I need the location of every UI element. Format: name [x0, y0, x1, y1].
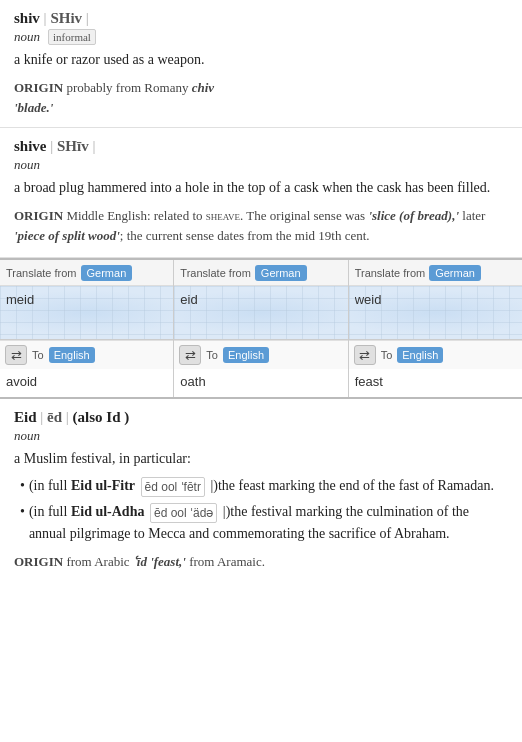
translator-1-from-lang-button[interactable]: German — [81, 265, 133, 281]
shive-pos: noun — [14, 157, 40, 173]
translator-1-footer: ⇄ To English — [0, 340, 173, 369]
shive-sep1: | — [50, 138, 53, 154]
translator-1-input-area: meid — [0, 286, 173, 340]
translator-1-input[interactable]: meid — [6, 292, 167, 322]
eid-headword: Eid — [14, 409, 37, 425]
eid-b1-phon: ēd ool ˈfētr — [141, 477, 205, 497]
eid-pos-row: noun — [14, 428, 508, 444]
eid-sep1: | — [40, 409, 43, 425]
eid-origin-bi: ʿīd 'feast,' — [133, 554, 186, 569]
shive-origin-smallcaps: sheave — [206, 208, 240, 223]
eid-b1-phon-suffix: |) — [207, 478, 218, 493]
eid-pronunciation: ēd — [47, 409, 62, 425]
translator-1-to-label: To — [32, 349, 44, 361]
eid-entry: Eid | ēd | (also Id ) noun a Muslim fest… — [0, 399, 522, 585]
translator-2-swap-button[interactable]: ⇄ — [179, 345, 201, 365]
shive-origin-text: Middle English: related to — [66, 208, 205, 223]
shive-pos-row: noun — [14, 157, 508, 173]
eid-definition: a Muslim festival, in particular: — [14, 448, 508, 469]
shiv-origin-italic2: 'blade.' — [14, 100, 53, 115]
translator-2-from-label: Translate from — [180, 267, 251, 279]
eid-origin: ORIGIN from Arabic ʿīd 'feast,' from Ara… — [14, 552, 508, 572]
shive-origin-cont: . The original sense was — [240, 208, 368, 223]
shiv-headword-line: shiv | SHiv | — [14, 10, 508, 27]
shive-origin-bi2: 'piece of split wood' — [14, 228, 120, 243]
translator-3-from-label: Translate from — [355, 267, 426, 279]
eid-bullet-2: • (in full Eid ul-Adha ēd ool ˈädə |)the… — [20, 501, 508, 544]
eid-also-close: ) — [120, 409, 129, 425]
translator-2-footer: ⇄ To English — [174, 340, 347, 369]
translator-3-swap-button[interactable]: ⇄ — [354, 345, 376, 365]
shive-headword-line: shive | SHīv | — [14, 138, 508, 155]
translator-3-result: feast — [349, 369, 522, 397]
eid-origin-cont: from Aramaic. — [186, 554, 265, 569]
eid-also: (also — [73, 409, 107, 425]
translator-2-to-lang-button[interactable]: English — [223, 347, 269, 363]
eid-sep2: | — [66, 409, 69, 425]
shiv-pos: noun — [14, 29, 40, 45]
translator-2-input[interactable]: eid — [180, 292, 341, 322]
shiv-origin-label: ORIGIN — [14, 80, 63, 95]
translator-3-footer: ⇄ To English — [349, 340, 522, 369]
eid-bullet-dot-2: • — [20, 501, 25, 544]
translator-2-result: oath — [174, 369, 347, 397]
shive-pronunciation: SHīv — [57, 138, 89, 154]
eid-bullet-1-text: (in full Eid ul-Fitr ēd ool ˈfētr |)the … — [29, 475, 494, 497]
shiv-origin: ORIGIN probably from Romany chiv 'blade.… — [14, 78, 508, 117]
eid-bullet-2-text: (in full Eid ul-Adha ēd ool ˈädə |)the f… — [29, 501, 508, 544]
translator-3-input-area: weid — [349, 286, 522, 340]
shiv-register: informal — [48, 29, 96, 45]
eid-origin-text: from Arabic — [66, 554, 132, 569]
translator-1-from-label: Translate from — [6, 267, 77, 279]
eid-b2-term: Eid ul-Adha — [71, 504, 145, 519]
shive-entry: shive | SHīv | noun a broad plug hammere… — [0, 128, 522, 258]
shiv-pos-row: noun informal — [14, 29, 508, 45]
shive-origin-bi1: 'slice (of bread),' — [368, 208, 459, 223]
eid-bullet-dot-1: • — [20, 475, 25, 497]
shiv-sep1: | — [44, 10, 47, 26]
eid-bullet-list: • (in full Eid ul-Fitr ēd ool ˈfētr |)th… — [14, 475, 508, 544]
translator-row: Translate from German meid ⇄ To English … — [0, 258, 522, 399]
translator-1-result: avoid — [0, 369, 173, 397]
translator-card-2: Translate from German eid ⇄ To English o… — [174, 260, 348, 397]
translator-3-from-lang-button[interactable]: German — [429, 265, 481, 281]
eid-b2-phon: ēd ool ˈädə — [150, 503, 217, 523]
shiv-origin-italic: chiv — [192, 80, 214, 95]
shive-origin-label: ORIGIN — [14, 208, 63, 223]
eid-b2-prefix: (in full — [29, 504, 71, 519]
shive-definition: a broad plug hammered into a hole in the… — [14, 177, 508, 198]
shive-headword: shive — [14, 138, 47, 154]
translator-2-from-lang-button[interactable]: German — [255, 265, 307, 281]
shive-sep2: | — [92, 138, 95, 154]
shiv-sep2: | — [86, 10, 89, 26]
shiv-definition: a knife or razor used as a weapon. — [14, 49, 508, 70]
translator-1-swap-button[interactable]: ⇄ — [5, 345, 27, 365]
shive-origin-cont2: later — [459, 208, 485, 223]
translator-2-to-label: To — [206, 349, 218, 361]
eid-b1-prefix: (in full — [29, 478, 71, 493]
translator-card-3: Translate from German weid ⇄ To English … — [349, 260, 522, 397]
translator-3-input[interactable]: weid — [355, 292, 516, 322]
translator-1-header: Translate from German — [0, 260, 173, 286]
eid-bullet-1: • (in full Eid ul-Fitr ēd ool ˈfētr |)th… — [20, 475, 508, 497]
translator-3-to-label: To — [381, 349, 393, 361]
translator-2-input-area: eid — [174, 286, 347, 340]
translator-1-to-lang-button[interactable]: English — [49, 347, 95, 363]
eid-also-word: Id — [106, 409, 120, 425]
eid-b1-term: Eid ul-Fitr — [71, 478, 135, 493]
shive-origin-cont3: ; the current sense dates from the mid 1… — [120, 228, 370, 243]
eid-b2-phon-suffix: |) — [219, 504, 230, 519]
eid-headword-line: Eid | ēd | (also Id ) — [14, 409, 508, 426]
translator-3-header: Translate from German — [349, 260, 522, 286]
shiv-pronunciation: SHiv — [50, 10, 82, 26]
eid-pos: noun — [14, 428, 40, 444]
translator-card-1: Translate from German meid ⇄ To English … — [0, 260, 174, 397]
translator-2-header: Translate from German — [174, 260, 347, 286]
shiv-origin-text: probably from Romany — [66, 80, 191, 95]
shive-origin: ORIGIN Middle English: related to sheave… — [14, 206, 508, 245]
eid-origin-label: ORIGIN — [14, 554, 63, 569]
shiv-headword: shiv — [14, 10, 40, 26]
translator-3-to-lang-button[interactable]: English — [397, 347, 443, 363]
shiv-entry: shiv | SHiv | noun informal a knife or r… — [0, 0, 522, 128]
